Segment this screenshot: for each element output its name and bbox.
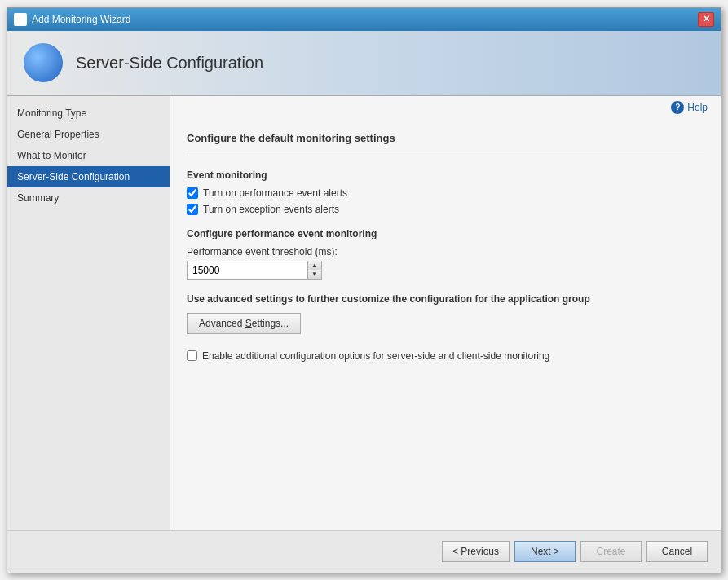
spinbox-up-button[interactable]: ▲ bbox=[308, 261, 321, 270]
sidebar: Monitoring Type General Properties What … bbox=[7, 96, 170, 530]
perf-alert-label[interactable]: Turn on performance event alerts bbox=[203, 187, 347, 199]
additional-options-checkbox[interactable] bbox=[187, 350, 197, 361]
help-icon: ? bbox=[671, 101, 684, 114]
threshold-label: Performance event threshold (ms): bbox=[187, 246, 704, 257]
titlebar: Add Monitoring Wizard ✕ bbox=[7, 8, 721, 31]
titlebar-title: Add Monitoring Wizard bbox=[32, 14, 698, 25]
exception-alert-label[interactable]: Turn on exception events alerts bbox=[203, 204, 339, 215]
threshold-input[interactable] bbox=[187, 261, 307, 280]
divider1 bbox=[187, 156, 704, 156]
previous-button[interactable]: < Previous bbox=[442, 541, 510, 562]
advanced-settings-title: Use advanced settings to further customi… bbox=[187, 293, 704, 305]
perf-alert-row: Turn on performance event alerts bbox=[187, 187, 704, 199]
header-title: Server-Side Configuration bbox=[76, 54, 263, 72]
configure-title: Configure the default monitoring setting… bbox=[187, 132, 704, 147]
main-panel: ? Help Configure the default monitoring … bbox=[170, 96, 721, 530]
additional-options-label[interactable]: Enable additional configuration options … bbox=[202, 350, 549, 362]
exception-alert-checkbox[interactable] bbox=[187, 204, 198, 215]
header-icon bbox=[24, 43, 63, 82]
footer: < Previous Next > Create Cancel bbox=[7, 530, 721, 573]
event-monitoring-title: Event monitoring bbox=[187, 169, 704, 181]
help-label: Help bbox=[687, 102, 708, 113]
create-button[interactable]: Create bbox=[580, 541, 642, 562]
sidebar-item-server-side-configuration[interactable]: Server-Side Configuration bbox=[7, 166, 170, 187]
sidebar-item-general-properties[interactable]: General Properties bbox=[7, 124, 170, 145]
next-button[interactable]: Next > bbox=[514, 541, 576, 562]
sidebar-item-what-to-monitor[interactable]: What to Monitor bbox=[7, 145, 170, 166]
help-link[interactable]: ? Help bbox=[671, 101, 708, 114]
spinbox-container: ▲ ▼ bbox=[187, 261, 325, 280]
close-button[interactable]: ✕ bbox=[698, 12, 714, 27]
advanced-settings-button[interactable]: Advanced Settings... bbox=[187, 313, 301, 334]
header-banner: Server-Side Configuration bbox=[7, 31, 721, 96]
exception-alert-row: Turn on exception events alerts bbox=[187, 204, 704, 215]
sidebar-item-monitoring-type[interactable]: Monitoring Type bbox=[7, 103, 170, 124]
wizard-window: Add Monitoring Wizard ✕ Server-Side Conf… bbox=[7, 7, 721, 573]
spinbox-down-button[interactable]: ▼ bbox=[308, 270, 321, 279]
help-row: ? Help bbox=[170, 96, 721, 119]
perf-alert-checkbox[interactable] bbox=[187, 187, 198, 199]
cancel-button[interactable]: Cancel bbox=[646, 541, 708, 562]
sidebar-item-summary[interactable]: Summary bbox=[7, 187, 170, 209]
spinbox-buttons: ▲ ▼ bbox=[307, 261, 322, 280]
content-area: Monitoring Type General Properties What … bbox=[7, 96, 721, 530]
additional-options-row: Enable additional configuration options … bbox=[187, 350, 704, 362]
titlebar-icon bbox=[14, 13, 27, 26]
configure-perf-title: Configure performance event monitoring bbox=[187, 228, 704, 239]
main-content: Configure the default monitoring setting… bbox=[170, 119, 721, 530]
